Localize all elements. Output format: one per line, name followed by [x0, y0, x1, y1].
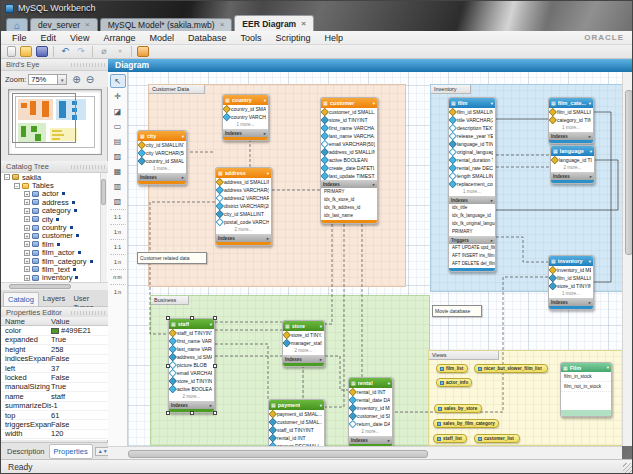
table-staff[interactable]: ▦staff▾staff_id TINYINTfirst_name VARCH.… [168, 318, 215, 413]
table-header[interactable]: ▦country▾ [223, 95, 268, 105]
expand-arrow-icon[interactable]: ▸ [267, 236, 269, 241]
expand-arrow-icon[interactable]: ▸ [264, 131, 266, 136]
section-indexes[interactable]: Indexes▸ [549, 298, 593, 306]
column-row[interactable]: customer_id SMAL... [349, 412, 392, 420]
menu-scripting[interactable]: Scripting [268, 33, 317, 43]
menu-database[interactable]: Database [181, 33, 234, 43]
collapse-arrow-icon[interactable]: ▾ [491, 101, 493, 106]
image-tool[interactable]: ▨ [110, 149, 126, 163]
column-row[interactable]: first_name VARCH... [169, 337, 214, 345]
table-film-cate[interactable]: ▦film_cate...▾film_id SMALLINTcategory_i… [548, 97, 594, 144]
close-icon[interactable]: × [301, 20, 306, 28]
tab-eer-diagram[interactable]: EER Diagram× [234, 15, 314, 31]
table-header[interactable]: ▦film▾ [449, 98, 495, 108]
column-row[interactable]: city VARCHAR(50) [138, 149, 186, 157]
column-row[interactable]: customer_id SMALL... [321, 108, 377, 116]
column-row[interactable]: rental_id INT [269, 434, 324, 442]
column-row[interactable]: postal_code VARCH... [216, 218, 271, 226]
collapse-arrow-icon[interactable]: ▾ [320, 403, 322, 408]
more-columns[interactable]: 2 more... [349, 428, 392, 436]
section-indexes[interactable]: Indexes▸ [138, 173, 186, 181]
view-film-list[interactable]: film_list [436, 364, 468, 373]
tab-catalog[interactable]: Catalog [3, 292, 39, 306]
collapse-arrow-icon[interactable]: ▾ [607, 365, 609, 370]
column-row[interactable]: store_id TINYINT [169, 377, 214, 385]
property-row-top[interactable]: top61 [1, 411, 108, 420]
table-rental[interactable]: ▦rental▾rental_id INTrental_date DATE...… [348, 377, 393, 446]
expand-arrow-icon[interactable]: ▸ [320, 357, 322, 362]
column-row[interactable]: store_id TINYINT [549, 282, 593, 290]
section-item[interactable]: AFT UPDATE upd_film [449, 244, 495, 252]
selection-handle[interactable] [190, 411, 194, 415]
layer-tool[interactable]: ▭ [110, 119, 126, 133]
table-payment[interactable]: ▦payment▾payment_id SMAL...customer_id S… [268, 399, 325, 446]
column-row[interactable]: last_name VARCH... [169, 345, 214, 353]
property-row-width[interactable]: width120 [1, 430, 108, 439]
undo-icon[interactable]: ↶ [59, 46, 71, 57]
column-row[interactable]: film_id SMALLINT [549, 274, 593, 282]
routine-film-in-stock[interactable]: film_in_stock [561, 372, 611, 382]
collapse-arrow-icon[interactable]: ▾ [264, 98, 266, 103]
column-row[interactable]: last_update TIMEST... [321, 172, 377, 180]
section-indexes[interactable]: Indexes▸ [223, 129, 268, 137]
canvas-horizontal-scrollbar[interactable] [108, 446, 622, 459]
collapse-arrow-icon[interactable]: ▾ [388, 381, 390, 386]
table-language[interactable]: ▦language▾language_id TINY...2 more...In… [550, 145, 595, 184]
expand-arrow-icon[interactable]: ▸ [491, 198, 493, 203]
expand-icon[interactable]: + [24, 266, 30, 272]
column-row[interactable]: title VARCHAR(255) [449, 116, 495, 124]
table-header[interactable]: ▦address▾ [216, 168, 271, 178]
title-bar[interactable]: MySQL Workbench [1, 1, 633, 15]
more-columns[interactable]: 1 more... [223, 121, 268, 129]
note-customer-related-data[interactable]: Customer related data [137, 252, 207, 264]
column-row[interactable]: email VARCHAR(50) [321, 140, 377, 148]
selection-handle[interactable] [213, 316, 217, 320]
expand-arrow-icon[interactable]: ▸ [589, 134, 591, 139]
section-item[interactable]: idx_last_name [321, 212, 377, 220]
expand-icon[interactable]: + [24, 233, 30, 239]
tree-table-inventory[interactable]: +inventory [1, 274, 108, 282]
column-row[interactable]: original_language_i... [449, 148, 495, 156]
table-header[interactable]: ▦rental▾ [349, 378, 392, 388]
expand-arrow-icon[interactable]: ▸ [388, 438, 390, 443]
rel-1-1-identifying-tool[interactable]: 1:1 [110, 239, 126, 253]
column-row[interactable]: active BOOLEAN [321, 156, 377, 164]
expand-icon[interactable]: − [4, 174, 10, 180]
section-item[interactable]: idx_title [449, 204, 495, 212]
tab-properties[interactable]: Properties [49, 444, 93, 459]
more-columns[interactable]: 1 more... [138, 165, 186, 173]
close-icon[interactable]: × [220, 21, 225, 29]
more-columns[interactable]: 2 more... [283, 347, 324, 355]
more-columns[interactable]: 2 more... [169, 393, 214, 401]
more-columns[interactable]: 2 more... [551, 164, 594, 172]
collapse-arrow-icon[interactable]: ▾ [373, 101, 375, 106]
column-row[interactable]: city_id SMALLINT [216, 210, 271, 218]
expand-icon[interactable]: + [24, 241, 30, 247]
column-row[interactable]: film_id SMALLINT [449, 108, 495, 116]
collapse-arrow-icon[interactable]: ▾ [210, 322, 212, 327]
table-header[interactable]: ▦language▾ [551, 146, 594, 156]
column-row[interactable]: email VARCHAR(50) [169, 369, 214, 377]
expand-icon[interactable]: + [24, 258, 30, 264]
birds-eye-minimap[interactable] [8, 89, 102, 155]
column-row[interactable]: picture BLOB [169, 361, 214, 369]
column-row[interactable]: address2 VARCHAR(50) [216, 194, 271, 202]
column-row[interactable]: staff_id TINYINT [169, 329, 214, 337]
table-address[interactable]: ▦address▾address_id SMALLINTaddress VARC… [215, 167, 272, 246]
view-sales-by-store[interactable]: sales_by_store [434, 404, 482, 413]
zoom-out-icon[interactable]: ⊖ [86, 74, 94, 85]
section-item[interactable]: PRIMARY [321, 188, 377, 196]
section-item[interactable]: idx_fk_original_langua... [449, 220, 495, 228]
section-item[interactable]: AFT DELETE del_film [449, 260, 495, 268]
view-nicer-but-slower-film-list[interactable]: nicer_but_slower_film_list [474, 364, 548, 373]
menu-arrange[interactable]: Arrange [96, 33, 142, 43]
table-tool[interactable]: ▦ [110, 164, 126, 178]
property-row-summarizedisplay[interactable]: summarizeDisplay-1 [1, 402, 108, 411]
new-model-icon[interactable] [7, 46, 16, 57]
diagram-tab[interactable]: Diagram [108, 59, 633, 72]
expand-icon[interactable]: + [24, 199, 30, 205]
section-indexes[interactable]: Indexes▸ [283, 355, 324, 363]
canvas-vertical-scrollbar[interactable] [622, 72, 633, 446]
section-indexes[interactable]: Indexes▸ [349, 436, 392, 444]
expand-arrow-icon[interactable]: ▸ [590, 174, 592, 179]
